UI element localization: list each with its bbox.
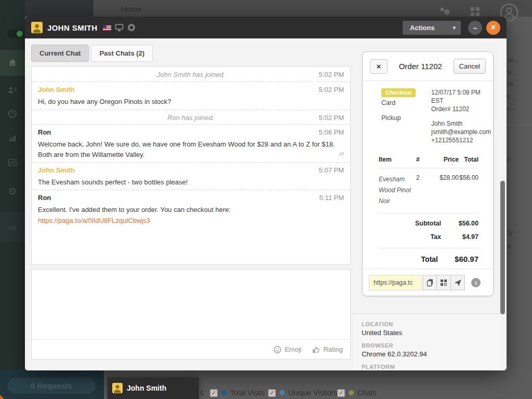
agent-message-row: Ron5:06 PM Welcome back, John! We sure d…	[32, 125, 350, 163]
checkbox-checked-icon[interactable]: ✓	[268, 389, 276, 397]
chevron-down-icon: ▾	[453, 24, 456, 31]
customer-name: John Smith	[431, 119, 491, 128]
legend-label: Unique Visitors	[288, 389, 337, 397]
sidebar-item-settings[interactable]: ⚙	[0, 180, 25, 203]
visitor-message-row: John Smith5:07 PM The Evesham sounds per…	[32, 163, 350, 190]
system-message-text: Ron has joined.	[38, 114, 313, 122]
message-time: 5:02 PM	[313, 86, 344, 94]
background-menu-item[interactable]: r…	[508, 104, 516, 112]
table-row: Evesham Wood Pinot Noir 2 $28.00 $56.00	[379, 168, 478, 213]
top-bar: Home	[0, 0, 532, 17]
page-title: Home	[121, 5, 141, 14]
scrollbar-thumb[interactable]	[500, 181, 505, 314]
detail-label: PLATFORM	[362, 364, 492, 370]
background-menu-item[interactable]: c…	[508, 92, 518, 100]
send-button[interactable]	[451, 275, 465, 290]
composer-toolbar: Emoji Rating	[32, 339, 350, 359]
visitor-details-panel: LOCATION United States BROWSER Chrome 62…	[353, 313, 500, 370]
legend-label: Total Visits	[230, 389, 265, 397]
legend-item-total-visits[interactable]: ✓ Total Visits	[210, 389, 265, 397]
chat-modal-header: JOHN SMITH Actions ▾ – ×	[25, 17, 507, 38]
item-qty: 2	[416, 174, 430, 181]
sidebar-item-integrations[interactable]: ∞	[0, 212, 25, 242]
order-share-bar: i	[363, 269, 493, 296]
series-dot-icon	[280, 390, 285, 395]
emoji-button[interactable]: Emoji	[273, 345, 302, 354]
payment-method: Card	[381, 99, 431, 107]
detail-label: BROWSER	[362, 342, 492, 349]
system-message-row: John Smith has joined. 5:02 PM	[32, 66, 350, 82]
column-header: #	[416, 156, 430, 163]
status-badge: Checkout	[381, 88, 416, 97]
background-menu-item[interactable]: e…	[508, 68, 518, 76]
us-flag-icon	[103, 25, 111, 31]
close-button[interactable]: ×	[486, 21, 500, 35]
sidebar-item-reports[interactable]	[0, 151, 25, 174]
sidebar-item-home[interactable]	[0, 50, 25, 76]
visitor-avatar	[31, 22, 43, 33]
sidebar-item-visitors[interactable]	[0, 78, 25, 101]
message-author: John Smith	[38, 86, 313, 94]
paper-plane-icon	[454, 278, 462, 287]
message-author: John Smith	[38, 166, 313, 174]
table-header-row: Item # Price Total	[379, 152, 478, 168]
minimize-button[interactable]: –	[468, 21, 482, 35]
background-menu-item[interactable]: ty	[508, 229, 513, 236]
qr-code-button[interactable]	[437, 275, 451, 290]
fulfillment-method: Pickup	[381, 114, 431, 122]
background-menu-item[interactable]: e	[508, 242, 511, 250]
chat-transcript: John Smith has joined. 5:02 PM John Smit…	[31, 66, 351, 265]
legend-truncated-text: s	[200, 389, 204, 397]
subtotal-row: Subtotal $56.00	[379, 217, 478, 230]
background-menu-item[interactable]: f	[508, 156, 510, 164]
requests-button[interactable]: 0 Requests	[7, 378, 96, 394]
system-message-text: John Smith has joined.	[38, 71, 313, 78]
background-menu-item[interactable]: al…	[508, 56, 520, 64]
checkout-url-input[interactable]	[369, 275, 422, 290]
order-close-button[interactable]: ×	[370, 59, 388, 74]
order-datetime: 12/07/17 5:08 PM EST	[431, 88, 489, 105]
availability-toggle[interactable]	[7, 30, 24, 38]
tab-current-chat[interactable]: Current Chat	[31, 45, 89, 62]
person-icon	[112, 383, 123, 393]
rating-button[interactable]: Rating	[312, 345, 343, 354]
order-card-header: × Order 11202 Cancel	[363, 52, 493, 81]
visitors-dots-icon[interactable]	[440, 7, 451, 18]
customer-email: jsmith@example.com	[431, 128, 491, 136]
subtotal-value: $56.00	[441, 220, 478, 227]
series-dot-icon	[349, 390, 354, 395]
desktop-icon	[115, 23, 124, 32]
chat-tab-john-smith[interactable]: John Smith	[108, 377, 199, 399]
item-total: $56.00	[459, 174, 478, 181]
customer-phone: +12125551212	[431, 136, 491, 144]
legend-item-chats[interactable]: ✓ Chats	[337, 389, 377, 397]
sidebar-item-analytics[interactable]	[0, 127, 25, 150]
order-title: Order 11202	[388, 62, 454, 71]
copy-button[interactable]	[423, 275, 437, 290]
sidebar-item-history[interactable]	[0, 102, 25, 125]
message-text: The Evesham sounds perfect - two bottles…	[38, 177, 344, 188]
detail-label: LOCATION	[362, 321, 492, 327]
message-time: 5:02 PM	[313, 71, 344, 78]
visitor-name: JOHN SMITH	[47, 23, 98, 32]
total-row: Total $60.97	[379, 248, 478, 269]
background-menu-item[interactable]: nt…	[508, 80, 520, 88]
info-icon[interactable]: i	[471, 278, 481, 287]
checkbox-checked-icon[interactable]: ✓	[210, 389, 218, 397]
message-author: Ron	[38, 128, 313, 136]
bar-chart-icon	[8, 134, 17, 143]
order-cancel-button[interactable]: Cancel	[454, 59, 486, 74]
checkbox-checked-icon[interactable]: ✓	[337, 389, 345, 397]
actions-dropdown[interactable]: Actions ▾	[403, 21, 461, 35]
legend-item-unique-visitors[interactable]: ✓ Unique Visitors	[268, 389, 337, 397]
column-header: Total	[459, 156, 478, 163]
checkout-link[interactable]: https://paga.to/a/0lIdU8FLzqulCbwjs3	[38, 216, 150, 226]
chat-modal: JOHN SMITH Actions ▾ – × Current Chat Pa…	[25, 17, 507, 370]
qr-code-icon	[440, 279, 447, 286]
message-input[interactable]	[32, 270, 350, 339]
visitors-icon	[8, 85, 17, 95]
seen-double-check-icon	[339, 149, 345, 158]
smiley-icon	[273, 345, 282, 354]
item-price: $28.00	[430, 174, 459, 181]
tab-past-chats[interactable]: Past Chats (2)	[91, 45, 153, 62]
